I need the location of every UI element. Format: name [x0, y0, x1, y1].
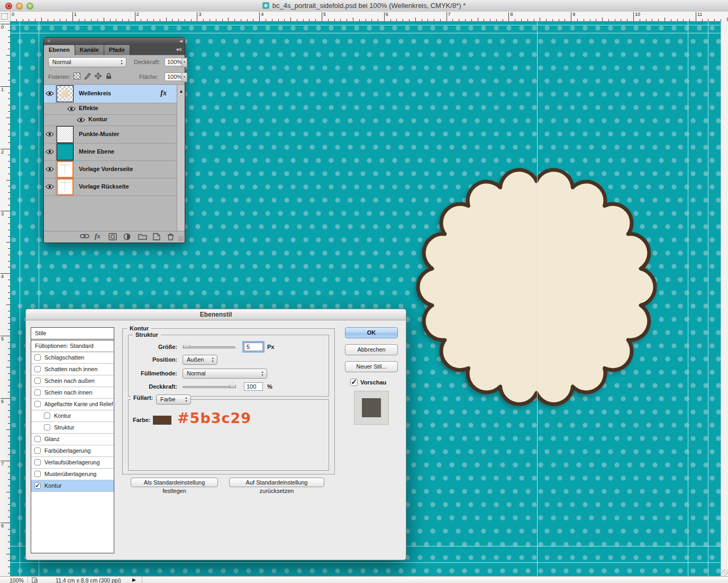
eye-icon[interactable] [77, 117, 85, 123]
eye-icon[interactable] [46, 184, 54, 190]
deckkraft-slider[interactable] [183, 386, 235, 388]
checkbox[interactable] [34, 436, 41, 442]
link-layers-icon[interactable] [80, 233, 89, 239]
groesse-slider[interactable] [183, 346, 235, 348]
preview-checkbox[interactable]: ✓ [350, 379, 358, 386]
panel-menu-icon[interactable]: ▾≡ [176, 47, 182, 52]
reset-default-button[interactable]: Auf Standardeinstellung zurücksetzen [229, 478, 324, 487]
visibility-cell[interactable] [44, 178, 56, 195]
deckkraft-field[interactable]: 100% ▾ [165, 58, 183, 66]
layer-row-meine-ebene[interactable]: Meine Ebene [44, 143, 185, 161]
style-item-kontur-selected[interactable]: ✓Kontur [31, 480, 114, 492]
style-item-stile[interactable]: Stile [31, 328, 114, 340]
lock-icon[interactable] [105, 73, 112, 79]
style-item-schlagschatten[interactable]: Schlagschatten [31, 352, 114, 364]
layer-name[interactable]: Vorlage Vorderseite [79, 166, 133, 172]
tab-kanaele[interactable]: Kanäle [75, 45, 104, 55]
top-ruler[interactable]: 01234567891011 [0, 12, 728, 22]
eye-icon[interactable] [46, 131, 54, 137]
eye-icon[interactable] [46, 91, 54, 96]
eye-icon[interactable] [46, 149, 54, 155]
layer-row-punkte-muster[interactable]: Punkte-Muster [44, 125, 185, 143]
style-item-musterueberlagerung[interactable]: Musterüberlagerung [31, 469, 114, 480]
guide-horizontal-4[interactable] [10, 562, 721, 563]
move-icon[interactable] [95, 73, 102, 79]
eye-icon[interactable] [67, 106, 76, 112]
ruler-corner[interactable] [0, 12, 11, 22]
fuellmethode-select[interactable]: Normal ▴▾ [183, 369, 267, 379]
guide-vertical-4[interactable] [708, 21, 708, 576]
panel-scrollbar[interactable]: ▲ [177, 85, 185, 231]
window-resize-grip[interactable] [722, 569, 728, 576]
zoom-level[interactable]: 100% [10, 577, 24, 583]
layer-name[interactable]: Wellenkreis [79, 90, 111, 96]
layer-thumbnail[interactable] [57, 85, 74, 102]
slider-thumb[interactable] [229, 382, 236, 388]
checkbox[interactable] [34, 471, 41, 477]
style-item-abgeflachte-kante[interactable]: Abgeflachte Kante und Relief [31, 399, 114, 410]
style-item-glanz[interactable]: Glanz [31, 434, 114, 445]
blend-mode-select[interactable]: Normal ▴▾ [48, 57, 126, 67]
panel-resize-grip[interactable] [178, 236, 184, 241]
delete-layer-icon[interactable] [167, 233, 174, 240]
right-scroll-strip[interactable] [721, 21, 728, 576]
scalloped-circle-layer[interactable] [404, 155, 669, 419]
style-item-verlaufsueberlagerung[interactable]: Verlaufsüberlagerung [31, 457, 114, 469]
slider-thumb[interactable] [183, 343, 190, 348]
cancel-button[interactable]: Abbrechen [345, 344, 398, 355]
style-item-struktur-sub[interactable]: Struktur [31, 422, 114, 434]
checkbox-checked-icon[interactable]: ✓ [34, 482, 41, 489]
layer-row-vorlage-vorderseite[interactable]: Vorlage Vorderseite [44, 160, 185, 178]
guide-vertical-center[interactable] [537, 21, 538, 576]
brush-icon[interactable] [84, 73, 91, 79]
guide-vertical-3[interactable] [688, 21, 688, 576]
style-item-kontur-sub[interactable]: Kontur [31, 410, 114, 422]
checkbox[interactable] [34, 401, 41, 407]
tab-pfade[interactable]: Pfade [104, 45, 130, 55]
groesse-field[interactable]: 5 [244, 343, 263, 351]
color-swatch[interactable] [153, 416, 171, 425]
guide-vertical-1[interactable] [20, 21, 20, 576]
fx-icon[interactable]: fx [160, 89, 167, 97]
position-select[interactable]: Außen ▴▾ [183, 355, 217, 365]
layer-name[interactable]: Meine Ebene [79, 148, 114, 155]
style-item-farbueberlagerung[interactable]: Farbüberlagerung [31, 445, 114, 457]
visibility-cell[interactable] [44, 143, 56, 160]
layer-thumbnail[interactable] [57, 126, 74, 143]
add-mask-icon[interactable] [108, 233, 117, 240]
adjustment-layer-icon[interactable] [123, 233, 131, 240]
fuellart-select[interactable]: Farbe ▴▾ [156, 394, 191, 405]
panel-close-icon[interactable] [47, 39, 51, 43]
visibility-cell[interactable] [44, 125, 56, 143]
collapse-effects-icon[interactable]: ▲ [179, 88, 184, 94]
style-item-fuelloptionen[interactable]: Fülloptionen: Standard [31, 340, 114, 352]
checkbox[interactable] [44, 412, 50, 419]
layer-thumbnail[interactable] [57, 178, 74, 195]
checkbox[interactable] [34, 354, 41, 361]
chevron-down-icon[interactable]: ▾ [181, 58, 187, 67]
new-style-button[interactable]: Neuer Stil... [345, 361, 398, 372]
checkbox[interactable] [34, 378, 41, 384]
checkbox[interactable] [44, 424, 50, 430]
deckkraft-field[interactable]: 100 [244, 382, 263, 391]
layer-row-effekte[interactable]: Effekte [44, 103, 177, 115]
visibility-cell[interactable] [44, 85, 56, 103]
left-ruler[interactable]: 012345678 [0, 21, 11, 576]
checkbox[interactable] [34, 447, 41, 454]
checkbox[interactable] [34, 459, 41, 465]
layer-style-icon[interactable]: fx [95, 232, 101, 240]
panel-collapse-icon[interactable]: ◂◂ [179, 39, 181, 43]
visibility-cell[interactable] [44, 160, 56, 178]
style-item-schein-nach-innen[interactable]: Schein nach innen [31, 387, 114, 399]
layer-thumbnail[interactable] [57, 143, 74, 160]
guide-horizontal-2[interactable] [10, 33, 721, 33]
tab-ebenen[interactable]: Ebenen [44, 45, 75, 55]
flaeche-field[interactable]: 100% ▾ [165, 73, 183, 81]
layer-row-kontur-effect[interactable]: Kontur [44, 114, 177, 126]
layer-name[interactable]: Punkte-Muster [79, 131, 119, 137]
effects-label[interactable]: Effekte [79, 105, 98, 111]
checkbox[interactable] [34, 366, 41, 372]
chevron-down-icon[interactable]: ▾ [181, 73, 187, 82]
layer-row-wellenkreis[interactable]: Wellenkreis fx [44, 85, 185, 103]
layer-name[interactable]: Vorlage Rückseite [79, 183, 129, 190]
